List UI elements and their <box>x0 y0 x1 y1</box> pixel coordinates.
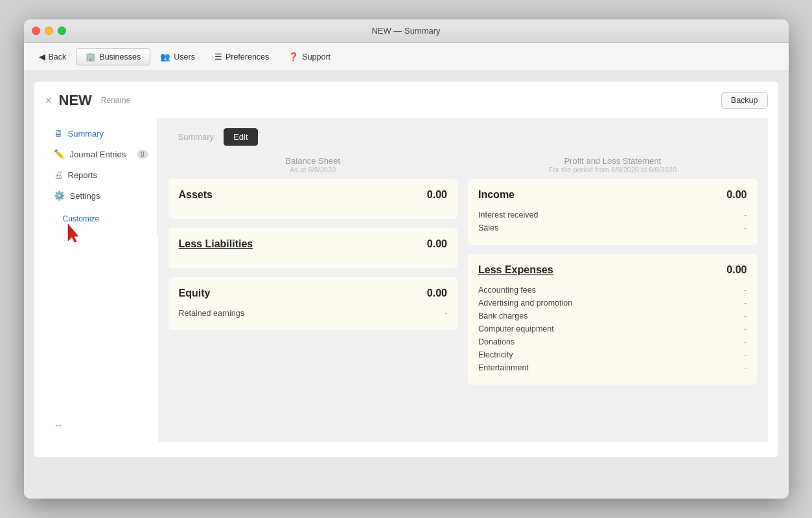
interest-received-label: Interest received <box>478 210 538 220</box>
main-window: NEW — Summary ◀ Back 🏢 Businesses 👥 User… <box>24 19 789 499</box>
minimize-button[interactable] <box>45 27 53 35</box>
page-title: NEW <box>59 92 92 109</box>
businesses-icon: 🏢 <box>86 52 96 62</box>
sidebar-item-journal-entries[interactable]: ✏️ Journal Entries 0 <box>45 144 157 164</box>
balance-sheet-col: Balance Sheet As at 6/8/2020 Assets 0.00 <box>168 156 458 394</box>
accounting-fees-value: - <box>744 286 747 295</box>
entertainment-label: Entertainment <box>478 363 529 372</box>
balance-sheet-header: Balance Sheet As at 6/8/2020 <box>168 156 458 174</box>
inner-layout: 🖥 Summary ✏️ Journal Entries 0 🖨 Reports <box>45 118 768 442</box>
sidebar-label-settings: Settings <box>70 191 100 201</box>
equity-amount: 0.00 <box>427 287 447 299</box>
summary-grid: Balance Sheet As at 6/8/2020 Assets 0.00 <box>168 156 758 394</box>
journal-entries-icon: ✏️ <box>54 149 65 159</box>
accounting-fees-row: Accounting fees - <box>478 284 747 297</box>
title-bar: NEW — Summary <box>24 19 789 43</box>
entertainment-row: Entertainment - <box>478 361 747 374</box>
advertising-row: Advertising and promotion - <box>478 297 747 310</box>
sales-value: - <box>744 223 747 232</box>
sidebar-label-reports: Reports <box>68 170 98 180</box>
income-title: Income <box>478 189 515 201</box>
entertainment-value: - <box>744 363 747 372</box>
back-icon: ◀ <box>39 52 45 62</box>
traffic-lights <box>32 27 66 35</box>
profit-loss-col: Profit and Loss Statement For the period… <box>468 156 758 394</box>
income-amount: 0.00 <box>726 189 747 201</box>
sidebar-item-summary[interactable]: 🖥 Summary <box>45 123 157 144</box>
reports-icon: 🖨 <box>54 170 63 180</box>
tab-edit[interactable]: Edit <box>224 128 257 146</box>
assets-amount: 0.00 <box>427 189 447 201</box>
expenses-card: Less Expenses 0.00 Accounting fees - Adv… <box>468 254 758 385</box>
interest-received-row: Interest received - <box>478 208 747 221</box>
back-button[interactable]: ◀ Back <box>29 48 76 65</box>
toolbar: ◀ Back 🏢 Businesses 👥 Users ☰ Preference… <box>24 43 789 71</box>
computer-equipment-label: Computer equipment <box>478 324 554 333</box>
summary-content: Summary Edit Balance Sheet As at 6/8/202… <box>158 118 768 442</box>
businesses-button[interactable]: 🏢 Businesses <box>76 48 150 65</box>
advertising-value: - <box>744 298 747 308</box>
retained-earnings-value: - <box>445 309 447 318</box>
summary-icon: 🖥 <box>54 128 63 139</box>
page-header: ✕ NEW Rename Backup <box>45 92 768 109</box>
balance-sheet-title: Balance Sheet <box>168 156 458 166</box>
electricity-value: - <box>744 350 747 359</box>
profit-loss-subtitle: For the period from 8/8/2020 to 6/8/2020 <box>468 166 758 174</box>
liabilities-card-header: Less Liabilities 0.00 <box>179 238 448 250</box>
expenses-amount: 0.00 <box>726 264 747 276</box>
liabilities-card: Less Liabilities 0.00 <box>168 228 458 268</box>
equity-card-header: Equity 0.00 <box>179 287 448 299</box>
rename-link[interactable]: Rename <box>101 96 130 105</box>
equity-title: Equity <box>179 287 211 299</box>
support-icon: ❓ <box>288 52 299 62</box>
window-title: NEW — Summary <box>371 26 440 36</box>
donations-label: Donations <box>478 337 515 346</box>
retained-earnings-label: Retained earnings <box>179 309 244 318</box>
sidebar-label-summary: Summary <box>68 129 104 139</box>
close-button[interactable] <box>32 27 40 35</box>
users-button[interactable]: 👥 Users <box>150 48 205 65</box>
interest-received-value: - <box>744 210 747 220</box>
expenses-title: Less Expenses <box>478 264 553 276</box>
profit-loss-header: Profit and Loss Statement For the period… <box>468 156 758 174</box>
preferences-icon: ☰ <box>215 52 222 62</box>
retained-earnings-row: Retained earnings - <box>179 307 448 320</box>
cursor-arrow <box>63 223 82 245</box>
tab-row: Summary Edit <box>168 128 758 146</box>
collapse-icon: ↔ <box>54 420 64 431</box>
settings-icon: ⚙️ <box>54 190 65 201</box>
preferences-button[interactable]: ☰ Preferences <box>205 48 279 65</box>
equity-card: Equity 0.00 Retained earnings - <box>168 277 458 330</box>
sidebar: 🖥 Summary ✏️ Journal Entries 0 🖨 Reports <box>45 118 158 442</box>
balance-sheet-subtitle: As at 6/8/2020 <box>168 166 458 174</box>
income-card: Income 0.00 Interest received - Sales <box>468 179 758 245</box>
collapse-sidebar-button[interactable]: ↔ <box>54 420 64 431</box>
profit-loss-title: Profit and Loss Statement <box>468 156 758 166</box>
bank-charges-label: Bank charges <box>478 311 528 321</box>
journal-entries-badge: 0 <box>137 150 148 159</box>
sidebar-item-reports[interactable]: 🖨 Reports <box>45 164 157 185</box>
assets-card-header: Assets 0.00 <box>179 189 448 201</box>
tab-summary[interactable]: Summary <box>168 128 224 146</box>
donations-row: Donations - <box>478 335 747 348</box>
backup-button[interactable]: Backup <box>721 92 768 109</box>
page-card: ✕ NEW Rename Backup 🖥 Summary <box>34 82 778 457</box>
accounting-fees-label: Accounting fees <box>478 286 536 295</box>
sidebar-item-settings[interactable]: ⚙️ Settings <box>45 185 157 206</box>
content-area: ✕ NEW Rename Backup 🖥 Summary <box>24 71 789 499</box>
support-button[interactable]: ❓ Support <box>279 48 340 65</box>
computer-equipment-row: Computer equipment - <box>478 322 747 335</box>
liabilities-amount: 0.00 <box>427 238 447 250</box>
electricity-label: Electricity <box>478 350 513 359</box>
advertising-label: Advertising and promotion <box>478 298 572 308</box>
income-card-header: Income 0.00 <box>478 189 747 201</box>
assets-card: Assets 0.00 <box>168 179 458 219</box>
close-page-button[interactable]: ✕ <box>45 95 52 106</box>
liabilities-title: Less Liabilities <box>179 238 253 250</box>
sales-label: Sales <box>478 223 498 232</box>
computer-equipment-value: - <box>744 324 747 333</box>
sales-row: Sales - <box>478 221 747 234</box>
bank-charges-value: - <box>744 311 747 321</box>
expenses-card-header: Less Expenses 0.00 <box>478 264 747 276</box>
maximize-button[interactable] <box>58 27 66 35</box>
